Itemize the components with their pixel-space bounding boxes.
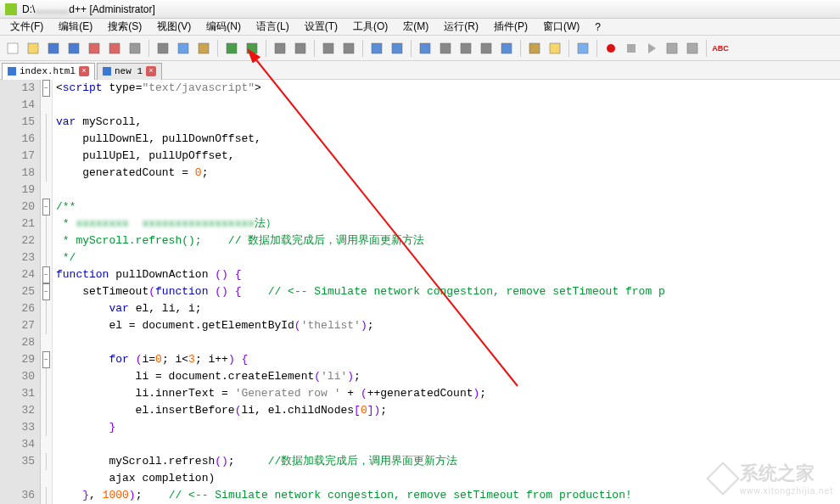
macro-fast-icon[interactable]	[663, 39, 681, 58]
open-icon[interactable]	[24, 39, 42, 58]
replace-icon[interactable]	[291, 39, 310, 58]
macro-stop-icon[interactable]	[622, 39, 641, 58]
code-line[interactable]: li.innerText = 'Generated row ' + (++gen…	[56, 385, 840, 402]
svg-rect-13	[295, 43, 305, 53]
menu-item[interactable]: 编码(N)	[199, 18, 248, 36]
wordwrap-icon[interactable]	[416, 39, 434, 58]
print-icon[interactable]	[126, 39, 144, 58]
save-all-icon[interactable]	[64, 39, 83, 58]
svg-rect-19	[440, 43, 451, 53]
svg-rect-7	[158, 43, 168, 53]
menu-item[interactable]: 工具(O)	[346, 18, 395, 36]
code-line[interactable]: el.insertBefore(li, el.childNodes[0]);	[56, 402, 840, 419]
menu-item[interactable]: 运行(R)	[437, 18, 485, 36]
sync-v-icon[interactable]	[367, 39, 386, 58]
code-line[interactable]: */	[56, 249, 840, 266]
code-area[interactable]: <script type="text/javascript">var myScr…	[53, 80, 840, 504]
svg-rect-9	[199, 43, 209, 53]
svg-rect-25	[578, 43, 588, 53]
close-all-icon[interactable]	[105, 39, 124, 58]
code-line[interactable]	[56, 182, 840, 199]
svg-rect-5	[109, 43, 120, 53]
menubar: 文件(F)编辑(E)搜索(S)视图(V)编码(N)语言(L)设置(T)工具(O)…	[0, 19, 840, 36]
svg-rect-0	[8, 43, 18, 53]
macro-save-icon[interactable]	[683, 39, 702, 58]
code-line[interactable]: ajax completion)	[56, 470, 840, 487]
func-list-icon[interactable]	[525, 39, 544, 58]
tab-close-icon[interactable]: ×	[79, 66, 89, 76]
svg-rect-27	[627, 44, 636, 53]
fold-toggle[interactable]: −	[42, 351, 50, 368]
fold-toggle[interactable]: −	[42, 266, 50, 283]
fold-toggle[interactable]: −	[42, 80, 50, 97]
new-icon[interactable]	[3, 39, 22, 58]
undo-icon[interactable]	[222, 39, 241, 58]
copy-icon[interactable]	[174, 39, 193, 58]
code-line[interactable]: pullDownEl, pullDownOffset,	[56, 131, 840, 148]
code-line[interactable]: }	[56, 419, 840, 436]
toolbar-separator	[266, 40, 266, 57]
all-chars-icon[interactable]	[436, 39, 455, 58]
menu-item[interactable]: ?	[588, 20, 608, 35]
save-icon[interactable]	[44, 39, 63, 58]
folder-icon[interactable]	[546, 39, 564, 58]
zoom-in-icon[interactable]	[319, 39, 338, 58]
zoom-out-icon[interactable]	[339, 39, 358, 58]
macro-rec-icon[interactable]	[602, 39, 620, 58]
code-line[interactable]: function pullDownAction () {	[56, 266, 840, 283]
tab[interactable]: new 1×	[97, 63, 162, 80]
macro-play-icon[interactable]	[642, 39, 661, 58]
close-icon[interactable]	[85, 39, 104, 58]
toolbar-separator	[520, 40, 521, 57]
menu-item[interactable]: 视图(V)	[150, 18, 198, 36]
monitor-icon[interactable]	[574, 39, 592, 58]
toolbar-separator	[314, 40, 315, 57]
tab[interactable]: index.html×	[2, 63, 95, 80]
menu-item[interactable]: 设置(T)	[298, 18, 344, 36]
code-line[interactable]: el = document.getElementById('thelist');	[56, 317, 840, 334]
indent-guide-icon[interactable]	[456, 39, 475, 58]
fold-column: −−−−−	[41, 80, 53, 504]
titlebar: D:\............d++ [Administrator]	[0, 0, 840, 19]
code-line[interactable]: var myScroll,	[56, 114, 840, 131]
code-line[interactable]	[56, 436, 840, 453]
code-line[interactable]	[56, 334, 840, 351]
cut-icon[interactable]	[154, 39, 172, 58]
svg-rect-8	[178, 43, 188, 53]
code-line[interactable]: }, 1000); // <-- Simulate network conges…	[56, 487, 840, 504]
svg-rect-23	[529, 43, 540, 53]
paste-icon[interactable]	[194, 39, 213, 58]
lang-icon[interactable]	[477, 39, 496, 58]
fold-toggle[interactable]: −	[42, 283, 50, 300]
svg-rect-4	[89, 43, 99, 53]
menu-item[interactable]: 插件(P)	[487, 18, 535, 36]
menu-item[interactable]: 编辑(E)	[52, 18, 99, 36]
tab-close-icon[interactable]: ×	[146, 66, 156, 76]
svg-rect-6	[130, 43, 140, 53]
toolbar-separator	[411, 40, 412, 57]
code-line[interactable]: <script type="text/javascript">	[56, 80, 840, 97]
menu-item[interactable]: 语言(L)	[249, 18, 296, 36]
code-line[interactable]: li = document.createElement('li');	[56, 368, 840, 385]
redo-icon[interactable]	[243, 39, 261, 58]
code-line[interactable]: * xxxxxxxx xxxxxxxxxxxxxxxxx法）	[56, 216, 840, 232]
code-line[interactable]	[56, 97, 840, 114]
sync-h-icon[interactable]	[388, 39, 406, 58]
code-line[interactable]: for (i=0; i<3; i++) {	[56, 351, 840, 368]
menu-item[interactable]: 搜索(S)	[101, 18, 148, 36]
doc-map-icon[interactable]	[497, 39, 516, 58]
spell-icon[interactable]: ABC	[711, 39, 730, 58]
find-icon[interactable]	[271, 39, 289, 58]
code-line[interactable]: setTimeout(function () { // <-- Simulate…	[56, 283, 840, 300]
fold-toggle[interactable]: −	[42, 199, 50, 216]
menu-item[interactable]: 宏(M)	[396, 18, 435, 36]
code-line[interactable]: * myScroll.refresh(); // 数据加载完成后，调用界面更新方…	[56, 232, 840, 249]
toolbar-separator	[568, 40, 569, 57]
menu-item[interactable]: 窗口(W)	[536, 18, 586, 36]
code-line[interactable]: /**	[56, 199, 840, 216]
code-line[interactable]: myScroll.refresh(); //数据加载完成后，调用界面更新方法	[56, 453, 840, 470]
code-line[interactable]: generatedCount = 0;	[56, 165, 840, 182]
code-line[interactable]: pullUpEl, pullUpOffset,	[56, 148, 840, 165]
code-line[interactable]: var el, li, i;	[56, 300, 840, 317]
menu-item[interactable]: 文件(F)	[3, 18, 50, 36]
